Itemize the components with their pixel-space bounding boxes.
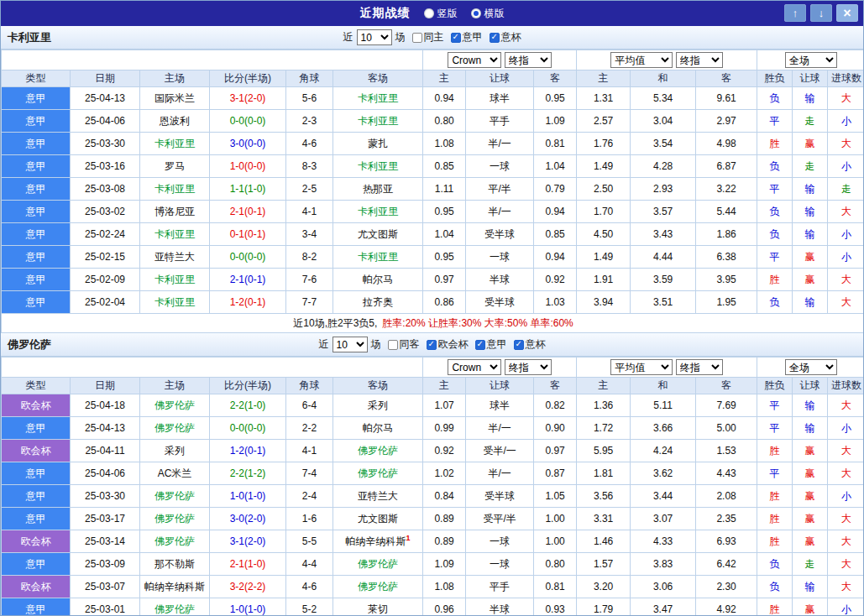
team-name-text: 博洛尼亚 bbox=[154, 206, 195, 217]
match-row: 意甲25-02-04卡利亚里1-2(0-1)7-7拉齐奥0.86受半球1.033… bbox=[2, 291, 864, 314]
away-team: 卡利亚里 bbox=[333, 87, 423, 110]
scroll-down-button[interactable]: ↓ bbox=[810, 4, 832, 22]
corners: 4-6 bbox=[286, 133, 333, 155]
score: 1-1(1-0) bbox=[210, 178, 286, 201]
euro-draw-odds: 3.66 bbox=[631, 417, 696, 440]
team-name-text: 亚特兰大 bbox=[358, 490, 398, 502]
checkbox-icon[interactable] bbox=[490, 33, 500, 43]
match-row: 意甲25-03-09那不勒斯2-1(1-0)4-4佛罗伦萨1.09一球0.801… bbox=[2, 553, 864, 576]
average-index-select[interactable]: 终指 bbox=[676, 52, 723, 68]
league-type-badge: 意甲 bbox=[2, 178, 71, 201]
euro-draw-odds: 3.59 bbox=[631, 269, 696, 291]
recent-count-select[interactable]: 10 bbox=[333, 337, 368, 352]
matches-table: Crown 终指 平均值 终指 全场 类型 日期 主场 比分(半场) bbox=[1, 50, 864, 333]
blank-cell bbox=[2, 50, 423, 70]
match-row: 意甲25-04-13国际米兰3-1(2-0)5-6卡利亚里0.94球半0.951… bbox=[2, 87, 864, 110]
euro-home-odds: 1.72 bbox=[577, 417, 631, 440]
handicap-line: 半/一 bbox=[466, 201, 534, 223]
scroll-up-button[interactable]: ↑ bbox=[784, 4, 806, 22]
match-row: 意甲25-03-30卡利亚里3-0(0-0)4-6蒙扎1.08半/一0.811.… bbox=[2, 133, 864, 155]
score: 1-0(1-0) bbox=[210, 485, 286, 508]
handicap-line: 受半球 bbox=[466, 291, 534, 314]
bookmaker-index-select[interactable]: 终指 bbox=[505, 52, 552, 68]
filter-checkbox-0[interactable]: 同主 bbox=[412, 30, 444, 44]
match-row: 欧会杯25-04-18佛罗伦萨2-2(1-0)6-4采列1.07球半0.821.… bbox=[2, 394, 864, 417]
result-handicap: 输 bbox=[793, 201, 828, 223]
home-team: 佛罗伦萨 bbox=[140, 417, 210, 440]
result-wdl: 负 bbox=[757, 576, 793, 598]
col-date: 日期 bbox=[71, 70, 140, 87]
league-type-badge: 意甲 bbox=[2, 462, 71, 485]
result-goals: 大 bbox=[828, 87, 864, 110]
result-wdl: 平 bbox=[757, 394, 793, 417]
handicap-away-odds: 0.81 bbox=[534, 576, 577, 598]
team-name-text: 罗马 bbox=[165, 160, 185, 172]
home-team: 国际米兰 bbox=[140, 87, 210, 110]
handicap-home-odds: 0.80 bbox=[423, 110, 466, 133]
home-team: 帕纳辛纳科斯 bbox=[140, 576, 210, 598]
euro-draw-odds: 4.33 bbox=[631, 530, 696, 553]
match-row: 意甲25-02-24卡利亚里0-1(0-1)3-4尤文图斯1.04受半球0.85… bbox=[2, 223, 864, 246]
scope-select[interactable]: 全场 bbox=[785, 359, 837, 375]
team-name-text: 佛罗伦萨 bbox=[154, 535, 195, 547]
corners: 2-3 bbox=[286, 110, 333, 133]
euro-home-odds: 3.94 bbox=[577, 291, 631, 314]
checkbox-icon[interactable] bbox=[388, 340, 398, 350]
corners: 4-1 bbox=[286, 201, 333, 223]
average-index-select[interactable]: 终指 bbox=[676, 359, 723, 375]
titlebar: 近期战绩 竖版 横版 ↑ ↓ × bbox=[1, 1, 863, 26]
layout-radio-vertical[interactable]: 竖版 bbox=[424, 7, 458, 21]
handicap-line: 受半球 bbox=[466, 485, 534, 508]
odds-source-row: Crown 终指 平均值 终指 全场 bbox=[2, 50, 864, 70]
recent-count-select[interactable]: 10 bbox=[357, 29, 392, 45]
handicap-away-odds: 0.93 bbox=[534, 598, 577, 616]
league-type-badge: 意甲 bbox=[2, 485, 71, 508]
home-team: 佛罗伦萨 bbox=[140, 530, 210, 553]
filter-checkbox-2[interactable]: 意甲 bbox=[475, 337, 507, 352]
column-header-row: 类型 日期 主场 比分(半场) 角球 客场 主 让球 客 主 和 客 胜负 让球… bbox=[2, 70, 864, 87]
section-fiorentina: 佛罗伦萨 近 10 场 同客欧会杯意甲意杯 Crown 终指 bbox=[1, 333, 863, 616]
euro-home-odds: 1.49 bbox=[577, 246, 631, 269]
filter-checkbox-1[interactable]: 欧会杯 bbox=[427, 337, 469, 352]
home-team: 佛罗伦萨 bbox=[140, 485, 210, 508]
filter-checkbox-3[interactable]: 意杯 bbox=[514, 337, 546, 352]
filter-prefix: 近 bbox=[343, 30, 353, 44]
euro-away-odds: 2.35 bbox=[696, 508, 757, 530]
team-name-text: 佛罗伦萨 bbox=[154, 513, 195, 525]
euro-away-odds: 6.42 bbox=[696, 553, 757, 576]
team-name-text: 卡利亚里 bbox=[358, 92, 398, 104]
match-date: 25-03-17 bbox=[71, 508, 140, 530]
result-goals: 大 bbox=[828, 394, 864, 417]
filter-checkbox-1[interactable]: 意甲 bbox=[451, 30, 483, 44]
scope-select[interactable]: 全场 bbox=[785, 52, 837, 68]
filter-checkbox-0[interactable]: 同客 bbox=[388, 337, 420, 352]
bookmaker-select[interactable]: Crown bbox=[448, 52, 501, 68]
handicap-home-odds: 0.92 bbox=[423, 440, 466, 462]
checkbox-icon[interactable] bbox=[451, 33, 461, 43]
corners: 3-4 bbox=[286, 223, 333, 246]
result-goals: 大 bbox=[828, 133, 864, 155]
col-euro-home: 主 bbox=[577, 70, 631, 87]
checkbox-icon[interactable] bbox=[427, 340, 437, 350]
checkbox-icon[interactable] bbox=[514, 340, 524, 350]
checkbox-icon[interactable] bbox=[412, 33, 422, 43]
radio-icon[interactable] bbox=[424, 8, 434, 18]
euro-home-odds: 1.76 bbox=[577, 133, 631, 155]
checkbox-icon[interactable] bbox=[475, 340, 485, 350]
col-goals-result: 进球数 bbox=[828, 70, 864, 87]
checkbox-label: 意甲 bbox=[463, 30, 483, 44]
layout-radio-horizontal[interactable]: 横版 bbox=[471, 7, 505, 21]
bookmaker-index-select[interactable]: 终指 bbox=[505, 359, 552, 375]
close-button[interactable]: × bbox=[836, 4, 858, 22]
euro-home-odds: 1.57 bbox=[577, 553, 631, 576]
bookmaker-select[interactable]: Crown bbox=[448, 359, 501, 375]
average-select[interactable]: 平均值 bbox=[610, 52, 673, 68]
average-select[interactable]: 平均值 bbox=[610, 359, 673, 375]
col-euro-away: 客 bbox=[696, 70, 757, 87]
match-row: 欧会杯25-03-14佛罗伦萨3-1(2-0)5-5帕纳辛纳科斯10.89一球1… bbox=[2, 530, 864, 553]
filter-checkbox-2[interactable]: 意杯 bbox=[490, 30, 521, 44]
result-handicap: 赢 bbox=[793, 440, 828, 462]
result-handicap: 赢 bbox=[793, 133, 828, 155]
col-euro-draw: 和 bbox=[631, 70, 696, 87]
radio-icon[interactable] bbox=[471, 8, 481, 18]
